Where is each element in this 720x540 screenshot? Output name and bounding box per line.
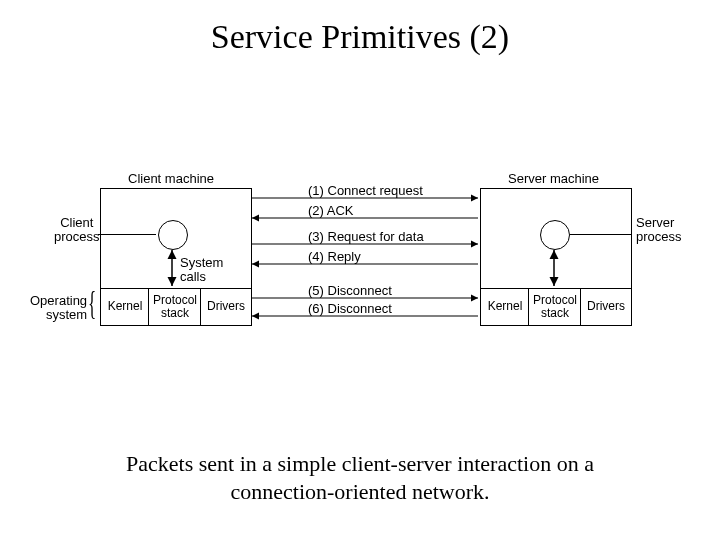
page-title: Service Primitives (2) [0,0,720,56]
msg-3: (3) Request for data [308,230,424,244]
client-machine-label: Client machine [128,172,214,186]
msg-2: (2) ACK [308,204,354,218]
msg-5: (5) Disconnect [308,284,392,298]
caption-line1: Packets sent in a simple client-server i… [0,450,720,478]
msg-4: (4) Reply [308,250,361,264]
message-arrows [60,188,670,348]
msg-6: (6) Disconnect [308,302,392,316]
caption: Packets sent in a simple client-server i… [0,450,720,505]
caption-line2: connection-oriented network. [0,478,720,506]
diagram: Client machine Client process Kernel Pro… [60,188,670,348]
msg-1: (1) Connect request [308,184,423,198]
server-machine-label: Server machine [508,172,599,186]
